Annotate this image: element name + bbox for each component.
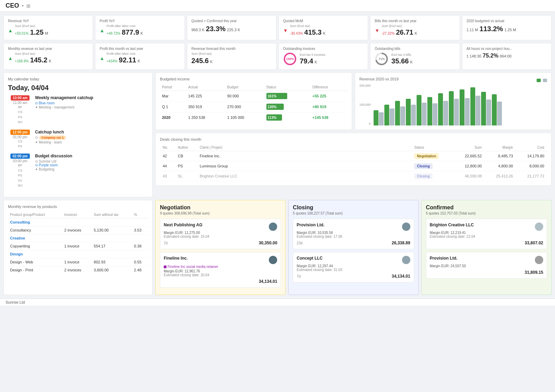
kpi-outstanding-bills: Outstanding bills 71% Excl tax 4 bills 3… [370, 43, 460, 70]
y-label-0: 0 [359, 122, 371, 125]
fineline-closing: Estimated closing date: 20.04 [164, 273, 277, 277]
deal-43-client: Brighton Creative LLC [197, 171, 257, 181]
kpi-outstanding-inv-sub: Excl tax 5 invoices [300, 53, 325, 56]
copywriting-invoices: 1 invoice [62, 242, 92, 250]
arrow-down-icon: ▼ [283, 28, 288, 33]
event-3-attendees: BPCSPSSVWJ [8, 163, 32, 188]
next-publishing-footer: 7d 30,350.00 [164, 241, 277, 245]
provision-margin: Margin EUR: 10,535.56 [297, 231, 410, 235]
kpi-profit-yoy-sub: Profit after labor cost [106, 24, 143, 28]
event-2-car: ⊙ Company car 1 [35, 136, 148, 140]
deal-44-sum: 12,800.00 [453, 161, 485, 171]
budget-col-period: Period [160, 84, 186, 91]
kpi-quoted-percent: 23.3% [206, 25, 226, 33]
y-label-100k: 100,000 [359, 103, 371, 106]
kpi-revenue-yoy-value: 1.25 [30, 28, 44, 36]
event-3-end: 03:00 pm [8, 159, 32, 163]
kanban-confirmed-subtitle: 5 quotes 152,757.03 (Total sum) [426, 211, 547, 215]
products-category-design: Design [8, 250, 148, 258]
kpi-rev-forecast-unit: K [210, 60, 213, 64]
event-3-meta: ✦ Budgeting [35, 167, 148, 171]
deal-42-sum: 22,665.52 [453, 151, 485, 161]
products-col-sum: Sum without tax [92, 211, 132, 218]
event-3-room: ⊙ Purple room [35, 163, 148, 167]
kpi-2020-right: 1.25 M [504, 28, 516, 32]
products-table: Product group/Product Invoices Sum witho… [8, 211, 148, 274]
kanban-negotiation: Negotiation 9 quotes 308,696.98 (Total s… [155, 200, 285, 295]
deals-table: No. Author Client | Project Status Sum M… [160, 144, 547, 181]
kanban-confirmed-title: Confirmed [426, 204, 547, 211]
deal-43-sum: 46,590.08 [453, 171, 485, 181]
y-label-200k: 200,000 [359, 84, 371, 87]
bar-gray [476, 96, 480, 125]
budgeted-income-title: Budgeted income [160, 77, 348, 81]
bar-gray [422, 103, 427, 125]
bar-group [427, 97, 437, 126]
fineline-footer: 34,134.01 [164, 279, 277, 284]
concept-title: Concept LLC [297, 256, 410, 264]
kpi-quoted-mom-label: Quoted MoM [283, 19, 364, 23]
dropdown-icon[interactable]: ▾ [22, 4, 24, 8]
consultancy-pct: 3.53 [132, 226, 148, 234]
footer: Sunrise Ltd [0, 298, 555, 306]
kanban-negotiation-title: Negotiation [160, 204, 281, 211]
budget-diff-q1: +80 919 [310, 102, 348, 112]
arrow-up-icon-3: ▲ [8, 55, 13, 61]
products-col-pct: % [132, 211, 148, 218]
kpi-all-hours-left: 1 148:30 [467, 54, 481, 58]
concept-margin: Margin EUR: 12,297.44 [297, 264, 410, 268]
kanban-card-concept[interactable]: Concept LLC Margin EUR: 12,297.44 Estima… [293, 252, 414, 282]
bar-green [460, 89, 464, 126]
kanban-card-provision-2[interactable]: Provision Ltd. Margin EUR: 24,507.50 31,… [426, 252, 547, 279]
consultancy-sum: 5,130.00 [92, 226, 132, 234]
kanban-confirmed: Confirmed 5 quotes 152,757.03 (Total sum… [421, 200, 552, 295]
kpi-quoted-mom: Quoted MoM ▼ Sum (Excl tax) -30.43% 415.… [279, 15, 368, 40]
deals-col-client: Client | Project [197, 144, 257, 151]
calendar-date: Today, 04/04 [8, 84, 148, 92]
kpi-monthly-rev-label: Monthly revenue vs last year [8, 47, 88, 51]
deal-42-client: Fineline Inc. [197, 151, 257, 161]
kpi-profit-yoy-value: 877.9 [122, 28, 139, 36]
bar-chart [372, 84, 547, 125]
kpi-quoted-mom-unit: K [323, 31, 325, 35]
bar-group [449, 91, 459, 125]
next-publishing-amount: 30,350.00 [259, 241, 277, 245]
kpi-bills-change: -27.32% [382, 32, 394, 35]
budget-row-2020: 2020 1 250 538 1 105 000 113% +145 538 [160, 112, 348, 123]
kpi-2020-left: 1.11 M [467, 28, 478, 32]
deals-col-status: Status [411, 144, 453, 151]
bar-group [417, 95, 427, 125]
provision2-footer: 31,809.15 [430, 270, 543, 275]
event-3-time: 02:00 pm 03:00 pm BPCSPSSVWJ [8, 154, 32, 188]
bar-gray [411, 105, 416, 126]
kanban-card-provision[interactable]: Provision Ltd. Margin EUR: 10,535.56 Est… [293, 219, 414, 249]
kanban-card-brighton[interactable]: Brighton Creative LLC Margin EUR: 12,219… [426, 219, 547, 249]
filter-icon[interactable]: ⊞ [26, 3, 31, 9]
kanban-card-next-publishing[interactable]: Next Publishing AG Margin EUR: 11,275.00… [160, 219, 281, 249]
deal-43-author: SL [175, 171, 197, 181]
kpi-all-hours: All hours vs non-project hou... 1 148:30… [462, 43, 552, 70]
products-section: Monthly revenue by products Product grou… [3, 200, 153, 295]
kpi-profit-month-unit: K [138, 59, 140, 63]
bar-gray [465, 98, 470, 125]
kpi-row-2: Monthly revenue vs last year ▲ Sum (Excl… [3, 43, 552, 70]
kanban-card-fineline[interactable]: Fineline Inc. Fineline Inc social media … [160, 252, 281, 288]
budget-status-q1: 130% [264, 102, 310, 112]
brighton-amount: 33,807.02 [525, 241, 543, 245]
kpi-profit-month-sub: Profit after labor cost [106, 52, 140, 55]
deals-col-margin: Margin [485, 144, 516, 151]
budget-budget-2020: 1 105 000 [225, 112, 264, 123]
fineline-margin: Margin EUR: 12,961.76 [164, 269, 277, 273]
deal-44-client: Luminous Group [197, 161, 257, 171]
arrow-up-icon-2: ▲ [100, 28, 104, 33]
products-title: Monthly revenue by products [8, 204, 148, 209]
kpi-profit-yoy: Profit YoY ▲ Profit after labor cost +49… [95, 15, 185, 40]
kpi-revenue-yoy-unit: M [45, 31, 48, 35]
design-web-pct: 0.55 [132, 258, 148, 266]
legend-2019 [543, 79, 547, 82]
provision-days: 23d [297, 241, 302, 245]
kpi-outstanding-bills-sub: Excl tax 4 bills [391, 53, 412, 56]
kpi-outstanding-inv: Outstanding invoices 159% Excl tax 5 inv… [279, 43, 368, 70]
kpi-monthly-rev-value: 145.2 [30, 56, 48, 64]
deal-row-44: 44 PS Luminous Group Closing 12,800.00 4… [160, 161, 547, 171]
